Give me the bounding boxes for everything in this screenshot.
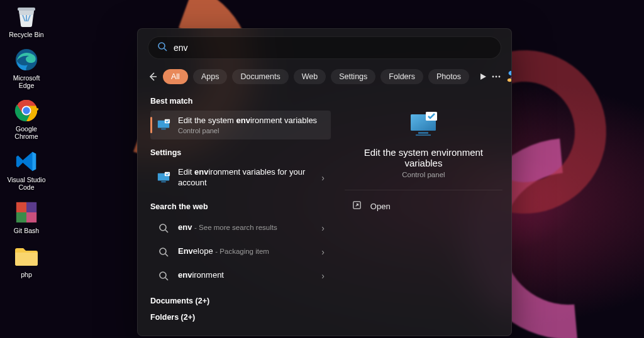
result-web-item[interactable]: Envelope - Packaging item › [150, 240, 331, 264]
desktop-icons: Recycle Bin Microsoft Edge Google Chrome… [5, 4, 48, 278]
results-column: Best match Edit the system environment v… [138, 93, 336, 332]
desktop-icon-label: Microsoft Edge [5, 74, 48, 89]
svg-line-27 [165, 278, 168, 280]
preview-subtitle: Control panel [348, 171, 499, 178]
svg-point-10 [158, 43, 165, 49]
divider [345, 190, 502, 190]
folder-icon [14, 244, 39, 269]
result-settings-item[interactable]: Edit environment variables for your acco… [150, 162, 331, 194]
svg-rect-9 [26, 212, 36, 222]
svg-rect-7 [26, 202, 36, 212]
chevron-right-icon: › [321, 173, 325, 183]
filter-tab-photos[interactable]: Photos [428, 69, 469, 84]
svg-point-15 [499, 76, 501, 78]
filter-tab-all[interactable]: All [163, 69, 188, 84]
chevron-right-icon: › [321, 247, 325, 257]
filter-tab-documents[interactable]: Documents [232, 69, 288, 84]
result-web-item[interactable]: env - See more search results › [150, 216, 331, 240]
svg-rect-6 [16, 202, 26, 212]
preview-action-label: Open [370, 202, 391, 211]
desktop-icon-php-folder[interactable]: php [5, 244, 48, 278]
section-header-documents[interactable]: Documents (2+) [150, 297, 331, 305]
result-title: Edit environment variables for your acco… [178, 167, 314, 188]
svg-rect-8 [16, 212, 26, 222]
svg-point-22 [160, 224, 166, 231]
edge-icon [14, 47, 39, 72]
filter-tab-settings[interactable]: Settings [331, 69, 375, 84]
svg-line-11 [164, 48, 167, 51]
chrome-icon [14, 98, 39, 123]
svg-line-25 [165, 254, 168, 256]
desktop-icon-chrome[interactable]: Google Chrome [5, 98, 48, 140]
recycle-bin-icon [14, 4, 39, 29]
filter-row: All Apps Documents Web Settings Folders … [138, 59, 511, 93]
desktop-icon-label: Visual Studio Code [5, 176, 48, 191]
svg-point-26 [160, 272, 166, 278]
preview-title: Edit the system environment variables [348, 147, 499, 168]
monitor-settings-icon [157, 171, 170, 185]
result-best-match[interactable]: Edit the system environment variables Co… [150, 111, 331, 139]
copilot-button[interactable] [506, 68, 512, 85]
monitor-settings-icon [157, 118, 170, 132]
search-icon [157, 41, 167, 54]
back-button[interactable] [148, 68, 158, 85]
search-panel: All Apps Documents Web Settings Folders … [137, 28, 512, 336]
svg-rect-31 [416, 134, 431, 136]
section-header-settings: Settings [150, 148, 331, 157]
search-bar[interactable] [148, 36, 501, 59]
svg-rect-17 [161, 128, 165, 129]
svg-point-4 [23, 107, 30, 114]
svg-rect-0 [18, 8, 35, 11]
desktop-icon-label: php [21, 271, 32, 278]
more-button[interactable] [492, 68, 501, 85]
result-subtitle: Control panel [178, 127, 325, 134]
result-title: Edit the system environment variables [178, 116, 325, 126]
search-icon [157, 245, 170, 259]
desktop-icon-recycle-bin[interactable]: Recycle Bin [5, 4, 48, 38]
vscode-icon [14, 149, 39, 174]
filter-tab-folders[interactable]: Folders [380, 69, 423, 84]
section-header-folders[interactable]: Folders (2+) [150, 313, 331, 322]
desktop-icon-label: Google Chrome [5, 125, 48, 140]
result-title: environment [178, 270, 314, 281]
desktop-icon-edge[interactable]: Microsoft Edge [5, 47, 48, 89]
git-bash-icon [14, 200, 39, 225]
desktop-icon-vscode[interactable]: Visual Studio Code [5, 149, 48, 191]
svg-point-24 [160, 248, 166, 254]
svg-line-23 [165, 230, 168, 232]
chevron-right-icon: › [321, 223, 325, 233]
result-title: Envelope - Packaging item [178, 246, 314, 257]
desktop-icon-label: Recycle Bin [9, 31, 43, 38]
svg-rect-20 [161, 181, 165, 182]
section-header-best-match: Best match [150, 97, 331, 106]
preview-pane: Edit the system environment variables Co… [336, 93, 511, 332]
play-button[interactable] [479, 68, 487, 85]
result-title: env - See more search results [178, 222, 314, 233]
desktop-icon-label: Git Bash [14, 227, 39, 234]
svg-point-14 [496, 76, 497, 78]
search-input[interactable] [174, 43, 492, 53]
desktop-icon-git-bash[interactable]: Git Bash [5, 200, 48, 234]
search-icon [157, 221, 170, 235]
search-icon [157, 269, 170, 283]
result-web-item[interactable]: environment › [150, 264, 331, 288]
preview-icon [348, 109, 499, 139]
svg-rect-30 [418, 132, 428, 134]
svg-point-13 [492, 76, 494, 78]
filter-tab-web[interactable]: Web [294, 69, 326, 84]
preview-action-open[interactable]: Open [348, 194, 499, 218]
section-header-web: Search the web [150, 202, 331, 211]
open-icon [352, 200, 362, 212]
chevron-right-icon: › [321, 271, 325, 281]
filter-tab-apps[interactable]: Apps [193, 69, 228, 84]
